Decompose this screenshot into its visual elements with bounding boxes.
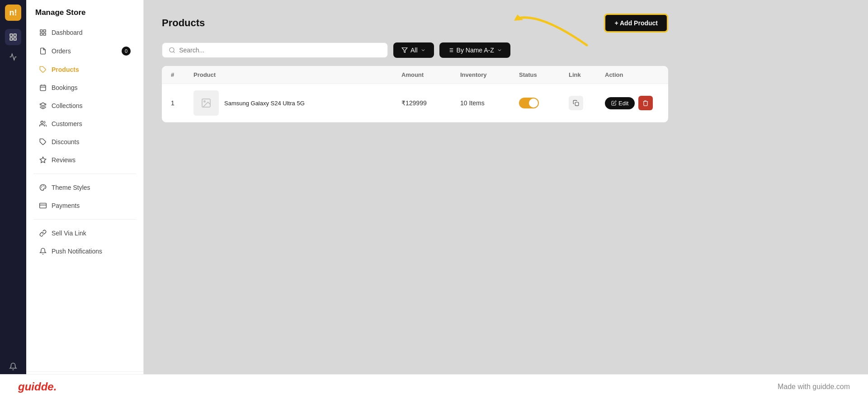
discounts-label: Discounts xyxy=(52,138,79,146)
products-label: Products xyxy=(52,66,79,73)
sidebar-item-payments[interactable]: Payments xyxy=(30,197,140,214)
search-input[interactable] xyxy=(179,47,381,54)
product-cell: Samsung Galaxy S24 Ultra 5G xyxy=(193,90,401,116)
svg-marker-14 xyxy=(40,103,46,106)
customers-icon xyxy=(39,120,47,128)
bookings-icon xyxy=(39,84,47,92)
orders-icon xyxy=(39,47,47,55)
sort-chevron-icon xyxy=(497,47,502,53)
sidebar-item-dashboard[interactable]: Dashboard xyxy=(30,24,140,41)
page-title: Products xyxy=(162,17,205,29)
svg-rect-10 xyxy=(40,85,46,91)
product-name: Samsung Galaxy S24 Ultra 5G xyxy=(224,100,305,107)
svg-marker-17 xyxy=(40,157,46,163)
svg-point-18 xyxy=(43,186,44,186)
dashboard-label: Dashboard xyxy=(52,29,83,36)
copy-link-button[interactable] xyxy=(569,96,583,110)
divider-2 xyxy=(33,219,136,220)
sell-via-link-icon xyxy=(39,229,47,237)
icon-bar-store[interactable] xyxy=(5,29,21,45)
svg-marker-28 xyxy=(402,48,407,53)
sidebar-item-discounts[interactable]: Discounts xyxy=(30,133,140,150)
product-thumbnail xyxy=(193,90,219,116)
svg-point-19 xyxy=(44,187,45,188)
sidebar-item-theme-styles[interactable]: Theme Styles xyxy=(30,179,140,196)
sidebar-item-reviews[interactable]: Reviews xyxy=(30,151,140,169)
edit-label: Edit xyxy=(618,100,628,107)
payments-icon xyxy=(39,202,47,210)
sidebar-item-collections[interactable]: Collections xyxy=(30,97,140,114)
dashboard-icon xyxy=(39,28,47,37)
col-number: # xyxy=(171,71,193,78)
table-row: 1 Samsung Galaxy S24 Ultra 5G ₹129999 10… xyxy=(162,84,668,122)
search-icon xyxy=(169,47,175,54)
filter-label: All xyxy=(410,47,418,54)
sidebar-item-orders[interactable]: Orders 0 xyxy=(30,42,140,60)
svg-marker-25 xyxy=(513,14,523,21)
delete-button[interactable] xyxy=(638,96,653,110)
filter-icon xyxy=(401,47,408,53)
main-content: Products + Add Product All By Name A-Z xyxy=(144,0,868,399)
filter-chevron-icon xyxy=(420,47,426,53)
filter-button[interactable]: All xyxy=(393,42,434,58)
svg-rect-22 xyxy=(40,203,47,208)
svg-rect-8 xyxy=(40,33,42,35)
col-link: Link xyxy=(569,71,605,78)
orders-badge: 0 xyxy=(122,47,131,56)
sort-button[interactable]: By Name A-Z xyxy=(439,42,510,58)
footer-tagline: Made with guidde.com xyxy=(778,383,850,391)
svg-rect-37 xyxy=(575,102,579,106)
bookings-label: Bookings xyxy=(52,84,78,91)
footer-logo: guidde. xyxy=(18,380,57,393)
svg-rect-3 xyxy=(10,38,12,40)
sort-label: By Name A-Z xyxy=(457,47,494,54)
delete-icon xyxy=(642,100,649,106)
icon-sidebar: n! xyxy=(0,0,26,399)
edit-button[interactable]: Edit xyxy=(605,97,635,109)
add-product-button[interactable]: + Add Product xyxy=(604,14,668,33)
products-table: # Product Amount Inventory Status Link A… xyxy=(162,66,668,122)
search-box xyxy=(162,42,388,58)
discounts-icon xyxy=(39,138,47,146)
svg-rect-0 xyxy=(10,34,12,36)
toolbar: All By Name A-Z xyxy=(162,42,668,58)
theme-styles-label: Theme Styles xyxy=(52,184,90,191)
col-action: Action xyxy=(605,71,659,78)
status-toggle[interactable] xyxy=(519,98,539,108)
orders-label: Orders xyxy=(52,47,71,55)
customers-label: Customers xyxy=(52,120,82,127)
products-icon xyxy=(39,66,47,74)
icon-bar-bell[interactable] xyxy=(5,358,21,375)
col-inventory: Inventory xyxy=(460,71,519,78)
footer: guidde. Made with guidde.com xyxy=(0,374,868,399)
svg-point-15 xyxy=(41,121,43,123)
status-toggle-cell xyxy=(519,98,569,108)
svg-rect-1 xyxy=(14,34,16,36)
sort-icon xyxy=(448,47,454,53)
collections-icon xyxy=(39,102,47,110)
svg-point-21 xyxy=(41,188,42,188)
row-number: 1 xyxy=(171,99,193,107)
main-header: Products + Add Product xyxy=(162,14,668,33)
col-amount: Amount xyxy=(401,71,460,78)
icon-bar-chart[interactable] xyxy=(5,49,21,65)
push-notifications-label: Push Notifications xyxy=(52,248,102,255)
svg-point-26 xyxy=(170,47,174,52)
sidebar-item-products[interactable]: Products xyxy=(30,61,140,78)
table-header: # Product Amount Inventory Status Link A… xyxy=(162,66,668,84)
svg-rect-2 xyxy=(14,38,16,40)
svg-point-36 xyxy=(204,101,205,102)
theme-styles-icon xyxy=(39,183,47,192)
sidebar-item-bookings[interactable]: Bookings xyxy=(30,79,140,96)
push-notifications-icon xyxy=(39,247,47,255)
link-cell xyxy=(569,96,605,110)
svg-line-27 xyxy=(174,52,175,53)
sidebar-item-push-notifications[interactable]: Push Notifications xyxy=(30,243,140,260)
sidebar-item-sell-via-link[interactable]: Sell Via Link xyxy=(30,225,140,242)
sidebar-item-customers[interactable]: Customers xyxy=(30,115,140,132)
app-logo: n! xyxy=(5,5,21,21)
action-buttons: Edit xyxy=(605,96,659,110)
sidebar: Manage Store Dashboard Orders 0 Products… xyxy=(26,0,144,399)
edit-icon xyxy=(611,100,617,106)
sell-via-link-label: Sell Via Link xyxy=(52,230,86,237)
